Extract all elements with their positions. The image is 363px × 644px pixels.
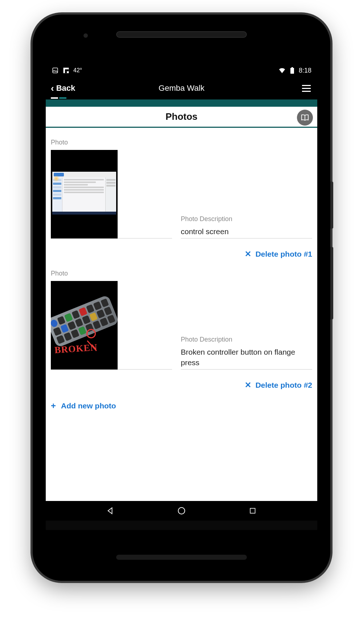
book-open-icabsolutamenteon <box>301 114 309 122</box>
section-header: Photos <box>46 107 317 128</box>
photo-description-input[interactable]: control screen <box>181 227 312 239</box>
status-time: 8:18 <box>299 67 311 74</box>
svg-point-6 <box>178 508 185 514</box>
flipboard-icon <box>62 67 70 74</box>
below-nav-shadow <box>46 521 317 530</box>
photo-content-placeholder <box>51 294 118 348</box>
back-button[interactable]: ‹ Back <box>51 83 75 93</box>
battery-icon <box>289 67 296 74</box>
chevron-left-icon: ‹ <box>51 83 54 93</box>
wifi-icon <box>278 67 286 74</box>
status-right: 8:18 <box>278 67 311 74</box>
photo-label: Photo <box>51 139 172 146</box>
delete-photo-label: Delete photo #1 <box>256 250 312 258</box>
svg-rect-5 <box>291 67 293 68</box>
photo-description-value: control screen <box>181 227 312 237</box>
photo-content-placeholder <box>52 172 116 215</box>
hamburger-icon <box>302 85 311 86</box>
photo-description-input[interactable]: Broken controller button on flange press <box>181 347 312 370</box>
svg-rect-2 <box>65 69 69 71</box>
device-speaker <box>116 31 247 38</box>
photo-description-label: Photo Description <box>181 336 312 343</box>
plus-icon: + <box>51 401 56 411</box>
menu-button[interactable] <box>301 83 312 93</box>
back-label: Back <box>56 83 76 93</box>
photo-thumbnail[interactable]: BROKEN <box>51 281 118 370</box>
guide-button[interactable] <box>297 110 313 126</box>
device-inner: 42° 8:18 ‹ Back Gemba Wal <box>36 18 327 577</box>
close-icon: ✕ <box>245 380 251 390</box>
device-side-button <box>330 247 333 319</box>
add-new-photo-label: Add new photo <box>61 402 116 410</box>
square-recents-icon <box>249 507 256 514</box>
device-side-button <box>330 182 333 229</box>
device-camera <box>83 33 88 38</box>
android-nav-bar <box>46 501 317 521</box>
photo-description-value: Broken controller button on flange press <box>181 347 312 368</box>
section-title: Photos <box>166 111 197 122</box>
circle-home-icon <box>177 506 186 515</box>
close-icon: ✕ <box>245 249 251 259</box>
photo-entry: Photo <box>51 139 312 259</box>
app-header: ‹ Back Gemba Walk <box>46 79 317 97</box>
android-recents-button[interactable] <box>248 506 257 515</box>
content-scroll[interactable]: Photo <box>46 128 317 501</box>
image-icon <box>52 67 59 74</box>
photo-entry: Photo BROKEN <box>51 270 312 390</box>
app-title: Gemba Walk <box>159 83 204 93</box>
screen: 42° 8:18 ‹ Back Gemba Wal <box>46 62 317 530</box>
status-temperature: 42° <box>73 67 82 74</box>
annotation-circle <box>86 329 96 338</box>
android-back-button[interactable] <box>106 506 115 515</box>
triangle-back-icon <box>106 507 114 515</box>
photo-thumbnail[interactable] <box>51 150 118 239</box>
photo-description-label: Photo Description <box>181 215 312 223</box>
status-bar: 42° 8:18 <box>46 62 317 79</box>
svg-rect-7 <box>250 508 255 513</box>
teal-separator <box>46 99 317 107</box>
device-bottom-speaker <box>116 555 247 560</box>
delete-photo-button[interactable]: ✕ Delete photo #2 <box>245 380 312 390</box>
status-left: 42° <box>52 67 82 74</box>
svg-rect-0 <box>53 68 58 73</box>
delete-photo-button[interactable]: ✕ Delete photo #1 <box>245 249 312 259</box>
delete-photo-label: Delete photo #2 <box>256 381 312 390</box>
svg-rect-3 <box>65 71 67 73</box>
android-home-button[interactable] <box>177 506 186 515</box>
photo-label: Photo <box>51 270 172 277</box>
svg-rect-4 <box>290 68 294 74</box>
device-frame: 42° 8:18 ‹ Back Gemba Wal <box>33 15 330 581</box>
add-new-photo-button[interactable]: + Add new photo <box>51 401 312 411</box>
